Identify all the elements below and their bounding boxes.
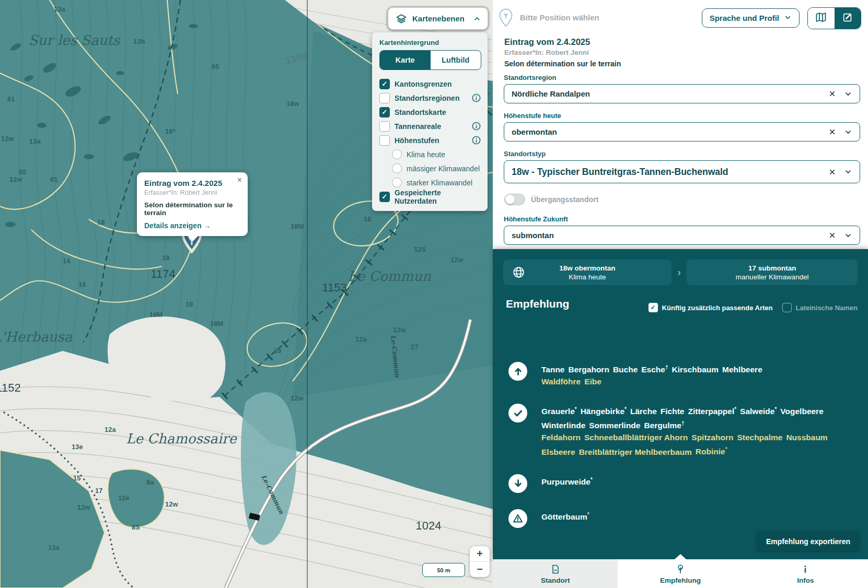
side-panel: Bitte Position wählen Sprache und Profil: [493, 0, 868, 588]
chevron-down-icon[interactable]: [844, 90, 852, 98]
map-label: 12w: [291, 394, 304, 402]
edit-icon: [842, 11, 853, 25]
map-layers-panel: Kartenhintergrund Karte Luftbild ✓Kanton…: [372, 32, 488, 211]
radio-starker-klimawandel[interactable]: starker Klimawandel: [392, 175, 481, 190]
clear-icon[interactable]: [828, 168, 836, 176]
clear-icon[interactable]: [828, 128, 836, 136]
tab-label: Standort: [541, 577, 570, 584]
field-label: Höhenstufe Zukunft: [504, 215, 860, 223]
info-icon[interactable]: [471, 93, 481, 103]
view-mode-toggle: [807, 7, 861, 29]
layer-row-h-henstufen[interactable]: Höhenstufen: [379, 133, 481, 147]
tab-standort[interactable]: Standort: [493, 559, 618, 588]
species: Bergulme†: [644, 417, 684, 431]
layer-label: Tannenareale: [395, 122, 441, 131]
species: Feldahorn: [541, 431, 581, 443]
radio-label: Klima heute: [407, 150, 445, 159]
clear-icon[interactable]: [828, 231, 836, 239]
species-list: TanneBergahornBucheEsche†KirschbaumMehlb…: [541, 361, 843, 387]
transition-site-toggle[interactable]: [504, 194, 525, 205]
species-group-white: Purpurweide*: [541, 474, 843, 488]
species: Spitzahorn: [691, 431, 733, 443]
map-layers-button[interactable]: Kartenebenen: [388, 7, 488, 30]
zoom-in-button[interactable]: +: [470, 546, 490, 561]
language-profile-button[interactable]: Sprache und Profil: [702, 8, 800, 28]
layer-row-tannenareale[interactable]: Tannenareale: [379, 119, 481, 133]
background-option-luftbild[interactable]: Luftbild: [431, 51, 481, 69]
checkbox-checked-icon: ✓: [379, 107, 390, 117]
map-label: 16: [78, 280, 86, 288]
checkbox-checked-icon: ✓: [649, 303, 658, 312]
map-canvas[interactable]: 13aSur les Sauts13h65130018w6118*12w13a6…: [0, 0, 493, 588]
map-label: 12w: [393, 326, 406, 334]
field-icons: [828, 128, 852, 136]
field-icons: [828, 90, 852, 98]
map-label: 13a: [29, 137, 41, 145]
radio-m-ssiger-klimawandel[interactable]: mässiger Klimawandel: [392, 161, 481, 175]
edit-view-button[interactable]: [835, 8, 861, 29]
map-label: 65: [212, 63, 219, 70]
entry-title: Eintrag vom 2.4.2025: [504, 37, 590, 47]
info-icon[interactable]: [471, 135, 481, 145]
option-label: Künftig zusätzlich passende Arten: [662, 304, 773, 312]
tab-empfehlung[interactable]: Empfehlung: [618, 559, 743, 588]
recommendation-row: TanneBergahornBucheEsche†KirschbaumMehlb…: [508, 361, 843, 387]
radio-label: starker Klimawandel: [407, 179, 472, 187]
background-option-karte[interactable]: Karte: [380, 51, 431, 69]
map-view-button[interactable]: [808, 8, 835, 29]
globe-icon: [512, 266, 525, 281]
popup-close-icon[interactable]: ×: [237, 176, 242, 184]
species: Elsbeere: [541, 446, 575, 458]
field-select[interactable]: Nördliche Randalpen: [504, 84, 860, 103]
layer-row-kantonsgrenzen[interactable]: ✓Kantonsgrenzen: [379, 77, 481, 91]
clear-icon[interactable]: [828, 90, 836, 98]
chevron-up-icon: [473, 15, 481, 23]
scenario-card-today: 18w obermontan Klima heute: [503, 260, 672, 285]
map-label: 13a: [48, 544, 60, 551]
chevron-down-icon[interactable]: [844, 168, 852, 176]
species: Eibe: [584, 375, 601, 387]
species-group-white: Grauerle*Hängebirke*LärcheFichteZitterpa…: [541, 403, 843, 431]
layer-label: Höhenstufen: [395, 136, 439, 145]
chevron-right-icon: ›: [672, 266, 687, 278]
chevron-down-icon[interactable]: [844, 231, 852, 240]
map-label: 1153: [322, 281, 346, 294]
species: Salweide*: [740, 403, 777, 417]
field-select[interactable]: obermontan: [504, 122, 860, 142]
recommendation-option-k-nftig-zus-tzlich-passende-arten[interactable]: ✓Künftig zusätzlich passende Arten: [649, 303, 773, 312]
field-value: 18w - Typischer Buntreitgras-Tannen-Buch…: [512, 167, 728, 178]
field-select[interactable]: submontan: [504, 226, 860, 245]
map-label: 13a: [54, 5, 65, 13]
position-pin-icon: [498, 8, 514, 29]
recommendation-option-lateinische-namen[interactable]: Lateinische Namen: [782, 303, 858, 312]
form-field-h-henstufe-zukunft: Höhenstufe Zukunftsubmontan: [504, 215, 860, 245]
layer-row-standortsregionen[interactable]: Standortsregionen: [379, 91, 481, 105]
map-label: 1152: [0, 381, 21, 394]
map-scale-bar: 50 m: [422, 563, 465, 577]
layer-row-standortskarte[interactable]: ✓Standortskarte: [379, 105, 481, 119]
layer-row-gespeicherte-nutzerdaten[interactable]: ✓Gespeicherte Nutzerdaten: [379, 190, 481, 204]
chevron-down-icon[interactable]: [844, 128, 852, 136]
map-label: 13e: [72, 443, 83, 451]
popup-details-link[interactable]: Details anzeigen →: [144, 221, 211, 230]
document-icon: [550, 563, 561, 575]
tab-infos[interactable]: Infos: [743, 559, 868, 588]
warning-icon: [508, 509, 527, 528]
zoom-out-button[interactable]: −: [470, 561, 490, 577]
info-icon[interactable]: [471, 121, 481, 131]
map-label: 18M: [291, 222, 304, 230]
recommendation-row: Grauerle*Hängebirke*LärcheFichteZitterpa…: [508, 403, 843, 457]
map-label: 1024: [416, 519, 442, 532]
recommendation-row: Götterbaum°: [508, 509, 843, 528]
export-recommendation-button[interactable]: Empfehlung exportieren: [757, 532, 860, 551]
tree-icon: [675, 563, 686, 575]
radio-klima-heute[interactable]: Klima heute: [392, 147, 481, 161]
form-field-standortstyp: Standortstyp18w - Typischer Buntreitgras…: [504, 150, 860, 183]
field-select[interactable]: 18w - Typischer Buntreitgras-Tannen-Buch…: [504, 160, 860, 183]
species: Nussbaum: [786, 431, 827, 443]
species: Stechpalme: [737, 431, 782, 443]
popup-note: Selon détermination sur le terrain: [144, 201, 240, 217]
map-label: 12a: [105, 426, 116, 433]
site-form: StandortsregionNördliche RandalpenHöhens…: [504, 74, 860, 253]
check-icon: [508, 404, 527, 422]
